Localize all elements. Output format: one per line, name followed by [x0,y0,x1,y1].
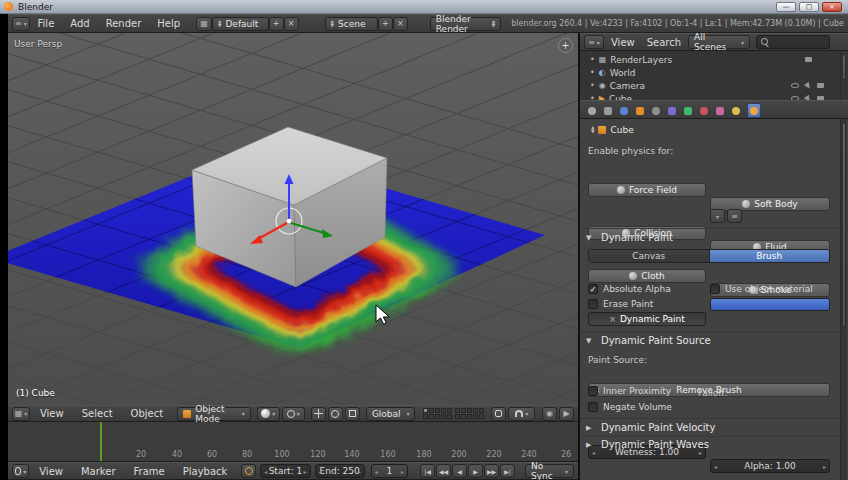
frame-end-field[interactable]: ◂End: 250▸ [315,464,365,478]
scrollbar-thumb[interactable] [842,54,846,80]
render-opengl-button[interactable]: ◉ [542,407,557,421]
physics-extra-button-2[interactable]: ≡ [727,209,742,223]
menu-render[interactable]: Render [98,18,150,29]
visibility-toggle-icon[interactable] [791,83,799,88]
outliner-scrollbar[interactable] [840,52,847,100]
frame-start-field[interactable]: ◂Start: 1▸ [260,464,310,478]
outliner-scope-selector[interactable]: All Scenes▾ [688,35,750,49]
selectability-toggle-icon[interactable] [804,81,812,89]
tab-physics[interactable] [747,103,761,118]
dynamic-paint-source-panel-header[interactable]: ▼ Dynamic Paint Source [586,335,711,346]
editor-type-button-timeline[interactable]: ▾ [12,464,29,478]
screen-layout-selector[interactable]: ▲▼Default [212,17,269,31]
menu-help[interactable]: Help [149,18,188,29]
tab-material[interactable] [697,103,711,118]
tab-modifiers[interactable] [665,103,679,118]
viewport-properties-expand-button[interactable]: + [558,38,573,53]
dynamic-paint-button[interactable]: ×Dynamic Paint [588,312,706,326]
render-opengl-anim-button[interactable]: ▶ [559,407,574,421]
editor-type-button-3dview[interactable]: ▦▾ [12,407,30,421]
viewport-menu-object[interactable]: Object [123,408,172,419]
viewport-menu-select[interactable]: Select [74,408,121,419]
blender-logo-icon [4,2,13,11]
add-screen-button[interactable]: + [269,17,284,31]
lock-to-scene-toggle[interactable] [491,407,506,421]
delete-screen-button[interactable]: × [284,17,299,31]
negate-volume-checkbox[interactable]: ✓Negate Volume [588,402,672,412]
timeline-ruler[interactable]: 20 40 60 80 100 120 140 160 180 200 220 … [8,422,578,462]
renderable-icon[interactable] [805,57,812,62]
render-toggle-icon[interactable] [817,83,824,88]
3d-viewport[interactable]: User Persp (1) Cube + [8,33,578,405]
transform-orientation-selector[interactable]: Global▾ [366,407,416,421]
jump-to-start-button[interactable]: |◀ [420,464,435,478]
delete-scene-button[interactable]: × [393,17,408,31]
sync-mode-selector[interactable]: No Sync▾ [525,464,574,478]
canvas-option[interactable]: Canvas [589,250,710,262]
outliner-menu-view[interactable]: View [606,37,640,48]
layers-widget[interactable] [423,408,484,419]
outliner-menu-search[interactable]: Search [642,37,686,48]
screen-layout-icon-button[interactable]: ▦ [196,17,212,31]
timeline-playhead[interactable] [100,422,102,462]
outliner-row-cube[interactable]: • ▶ Cube [590,92,840,100]
outliner-row-renderlayers[interactable]: • ▦ RenderLayers [590,53,840,66]
dynamic-paint-panel-header[interactable]: ▼ Dynamic Paint [586,232,673,243]
tab-data[interactable] [681,103,695,118]
viewport-shading-selector[interactable]: ▾ [257,407,280,421]
manipulator-scale-toggle[interactable] [345,407,360,421]
layer-1-active[interactable] [423,408,428,413]
force-field-button[interactable]: Force Field [588,183,706,197]
play-reverse-button[interactable]: ◀ [452,464,467,478]
paint-color-swatch[interactable] [710,298,830,311]
properties-scrollbar[interactable] [840,119,847,480]
close-button[interactable]: × [822,2,842,12]
dynamic-paint-velocity-panel-header[interactable]: ▶ Dynamic Paint Velocity [586,422,715,433]
timeline-menu-frame[interactable]: Frame [126,466,173,477]
scrollbar-thumb[interactable] [842,122,846,327]
minimize-button[interactable]: — [776,2,796,12]
menu-add[interactable]: Add [62,18,97,29]
tab-object[interactable] [633,103,647,118]
next-keyframe-button[interactable]: ▶▶ [484,464,499,478]
tab-texture[interactable] [713,103,727,118]
scene-selector[interactable]: ▲▼Scene [325,17,378,31]
inner-proximity-checkbox[interactable]: ✓Inner Proximity [588,386,671,396]
outliner-row-camera[interactable]: • ◉ Camera [590,79,840,92]
brush-option[interactable]: Brush [710,250,830,262]
use-object-material-checkbox[interactable]: ✓Use object material [710,284,813,294]
tab-particles[interactable] [729,103,743,118]
add-scene-button[interactable]: + [378,17,393,31]
current-frame-field[interactable]: ◂1▸ [371,464,408,478]
render-engine-selector[interactable]: Blender Render▲▼ [430,17,501,31]
tab-world[interactable] [617,103,631,118]
timeline-menu-marker[interactable]: Marker [73,466,124,477]
snap-selector[interactable]: ▾ [508,407,535,421]
mode-selector[interactable]: Object Mode▾ [177,407,251,421]
tab-render[interactable] [585,103,599,118]
manipulator-translate-toggle[interactable] [311,407,326,421]
play-button[interactable]: ▶ [468,464,483,478]
editor-type-button-outliner[interactable]: ≡▾ [584,35,604,49]
pivot-point-selector[interactable]: ▾ [282,407,305,421]
alpha-slider[interactable]: ◂Alpha: 1.00▸ [710,459,830,473]
outliner-row-world[interactable]: • ◐ World [590,66,840,79]
preview-range-toggle[interactable] [241,464,256,478]
jump-to-end-button[interactable]: ▶| [500,464,515,478]
prev-keyframe-button[interactable]: ◀◀ [436,464,451,478]
physics-extra-button-1[interactable]: ▾ [710,209,725,223]
timeline-menu-playback[interactable]: Playback [175,466,236,477]
maximize-button[interactable]: □ [799,2,819,12]
manipulator-rotate-toggle[interactable] [328,407,343,421]
timeline-menu-view[interactable]: View [31,466,71,477]
tab-constraints[interactable] [649,103,663,118]
tab-scene[interactable] [601,103,615,118]
erase-paint-checkbox[interactable]: ✓Erase Paint [588,299,653,309]
viewport-menu-view[interactable]: View [32,408,72,419]
dynamic-paint-waves-panel-header[interactable]: ▶ Dynamic Paint Waves [586,439,709,450]
menu-file[interactable]: File [30,18,63,29]
editor-type-button-info[interactable]: ≡▾ [12,17,30,31]
absolute-alpha-checkbox[interactable]: ✓Absolute Alpha [588,284,671,294]
outliner-search-input[interactable] [756,35,830,49]
cloth-button[interactable]: Cloth [588,269,706,283]
